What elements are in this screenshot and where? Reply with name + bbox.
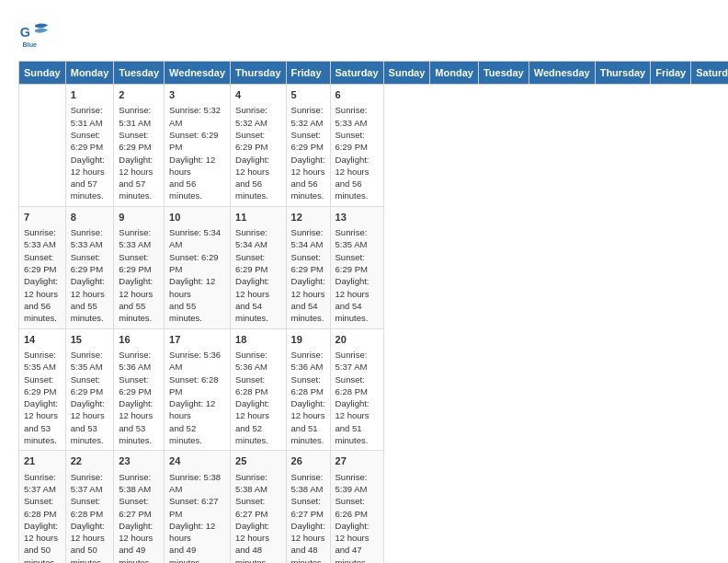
day-info: Daylight: 12 hours <box>291 275 325 300</box>
day-info: and 48 minutes. <box>235 544 281 563</box>
day-number: 3 <box>169 88 225 102</box>
day-info: and 56 minutes. <box>235 178 281 202</box>
day-header-sunday: Sunday <box>19 62 66 85</box>
day-number: 27 <box>336 454 379 468</box>
day-info: Daylight: 12 hours <box>235 397 281 422</box>
day-info: Sunset: 6:28 PM <box>71 495 109 520</box>
day-info: Sunset: 6:29 PM <box>119 373 159 398</box>
day-info: Daylight: 12 hours <box>291 520 325 545</box>
day-info: Daylight: 12 hours <box>119 397 159 422</box>
day-number: 24 <box>169 454 225 468</box>
day-number: 6 <box>336 88 379 102</box>
day-info: and 56 minutes. <box>24 300 61 325</box>
calendar-week-4: 21Sunrise: 5:37 AMSunset: 6:28 PMDayligh… <box>19 451 729 563</box>
day-number: 8 <box>71 211 109 224</box>
day-info: and 56 minutes. <box>336 178 379 202</box>
calendar-cell: 17Sunrise: 5:36 AMSunset: 6:28 PMDayligh… <box>165 328 231 451</box>
day-info: Sunrise: 5:36 AM <box>119 349 159 373</box>
day-info: Sunrise: 5:38 AM <box>235 471 281 496</box>
day-info: Sunrise: 5:33 AM <box>71 226 109 251</box>
day-info: Sunset: 6:29 PM <box>71 129 109 154</box>
day-number: 14 <box>24 333 61 347</box>
calendar-cell: 21Sunrise: 5:37 AMSunset: 6:28 PMDayligh… <box>19 451 66 563</box>
day-info: Sunset: 6:27 PM <box>169 495 225 520</box>
day-number: 13 <box>336 211 379 224</box>
logo-icon: G Blue <box>18 18 51 52</box>
day-info: Sunrise: 5:35 AM <box>71 349 109 373</box>
day-info: and 50 minutes. <box>24 544 61 563</box>
calendar-cell: 3Sunrise: 5:32 AMSunset: 6:29 PMDaylight… <box>165 85 231 207</box>
day-info: Daylight: 12 hours <box>24 520 61 545</box>
day-info: Sunset: 6:27 PM <box>235 495 281 520</box>
day-info: Sunrise: 5:36 AM <box>235 349 281 373</box>
day-info: and 53 minutes. <box>24 422 61 447</box>
day-info: Sunset: 6:29 PM <box>291 129 325 154</box>
day-number: 26 <box>291 454 325 468</box>
calendar-week-1: 1Sunrise: 5:31 AMSunset: 6:29 PMDaylight… <box>19 85 729 207</box>
day-info: Sunrise: 5:31 AM <box>71 104 109 129</box>
day-info: Sunrise: 5:37 AM <box>24 471 61 496</box>
day-number: 1 <box>71 88 109 102</box>
day-info: Daylight: 12 hours <box>336 154 379 178</box>
day-info: Daylight: 12 hours <box>169 275 225 300</box>
calendar-cell <box>19 85 66 207</box>
logo: G Blue <box>18 18 55 52</box>
day-header-wednesday: Wednesday <box>529 62 595 85</box>
day-info: Daylight: 12 hours <box>291 154 325 178</box>
day-info: Sunrise: 5:33 AM <box>119 226 159 251</box>
day-number: 19 <box>291 333 325 347</box>
day-info: Sunset: 6:29 PM <box>119 251 159 276</box>
day-info: and 55 minutes. <box>119 300 159 325</box>
calendar-cell: 8Sunrise: 5:33 AMSunset: 6:29 PMDaylight… <box>65 206 114 328</box>
day-info: and 48 minutes. <box>291 544 325 563</box>
day-info: Daylight: 12 hours <box>24 397 61 422</box>
day-header-thursday: Thursday <box>595 62 651 85</box>
calendar-cell: 4Sunrise: 5:32 AMSunset: 6:29 PMDaylight… <box>231 85 287 207</box>
day-info: Sunrise: 5:36 AM <box>291 349 325 373</box>
day-header-thursday: Thursday <box>231 62 287 85</box>
day-info: Sunrise: 5:35 AM <box>24 349 61 373</box>
day-header-friday: Friday <box>651 62 691 85</box>
day-info: Sunrise: 5:34 AM <box>235 226 281 251</box>
day-number: 18 <box>235 333 281 347</box>
page-header: G Blue <box>18 18 710 52</box>
day-header-tuesday: Tuesday <box>478 62 529 85</box>
calendar-cell: 2Sunrise: 5:31 AMSunset: 6:29 PMDaylight… <box>114 85 165 207</box>
day-info: Daylight: 12 hours <box>71 154 109 178</box>
day-info: Sunset: 6:26 PM <box>336 495 379 520</box>
day-info: and 56 minutes. <box>169 178 225 202</box>
day-info: Sunrise: 5:39 AM <box>336 471 379 496</box>
day-info: Sunrise: 5:32 AM <box>291 104 325 129</box>
day-info: Daylight: 12 hours <box>291 397 325 422</box>
day-info: Sunrise: 5:38 AM <box>169 471 225 496</box>
day-info: Daylight: 12 hours <box>119 520 159 545</box>
calendar-cell: 15Sunrise: 5:35 AMSunset: 6:29 PMDayligh… <box>65 328 114 451</box>
day-info: and 50 minutes. <box>71 544 109 563</box>
day-info: and 53 minutes. <box>119 422 159 447</box>
calendar-cell: 18Sunrise: 5:36 AMSunset: 6:28 PMDayligh… <box>231 328 287 451</box>
day-number: 10 <box>169 211 225 224</box>
day-header-monday: Monday <box>430 62 479 85</box>
calendar-week-2: 7Sunrise: 5:33 AMSunset: 6:29 PMDaylight… <box>19 206 729 328</box>
day-info: Sunset: 6:29 PM <box>24 251 61 276</box>
day-info: Sunset: 6:29 PM <box>71 251 109 276</box>
day-header-wednesday: Wednesday <box>165 62 231 85</box>
day-info: Sunset: 6:28 PM <box>291 373 325 398</box>
day-info: Sunrise: 5:32 AM <box>235 104 281 129</box>
day-info: Sunset: 6:29 PM <box>235 129 281 154</box>
day-number: 20 <box>336 333 379 347</box>
day-info: Daylight: 12 hours <box>169 520 225 545</box>
day-info: and 54 minutes. <box>235 300 281 325</box>
calendar-cell: 9Sunrise: 5:33 AMSunset: 6:29 PMDaylight… <box>114 206 165 328</box>
day-info: Sunset: 6:28 PM <box>336 373 379 398</box>
day-info: Daylight: 12 hours <box>71 275 109 300</box>
calendar-cell: 19Sunrise: 5:36 AMSunset: 6:28 PMDayligh… <box>286 328 330 451</box>
day-number: 15 <box>71 333 109 347</box>
day-info: Sunset: 6:28 PM <box>235 373 281 398</box>
day-number: 4 <box>235 88 281 102</box>
day-info: and 57 minutes. <box>71 178 109 202</box>
day-info: Sunset: 6:29 PM <box>71 373 109 398</box>
day-info: Daylight: 12 hours <box>71 397 109 422</box>
day-info: Sunset: 6:28 PM <box>24 495 61 520</box>
day-number: 21 <box>24 454 61 468</box>
